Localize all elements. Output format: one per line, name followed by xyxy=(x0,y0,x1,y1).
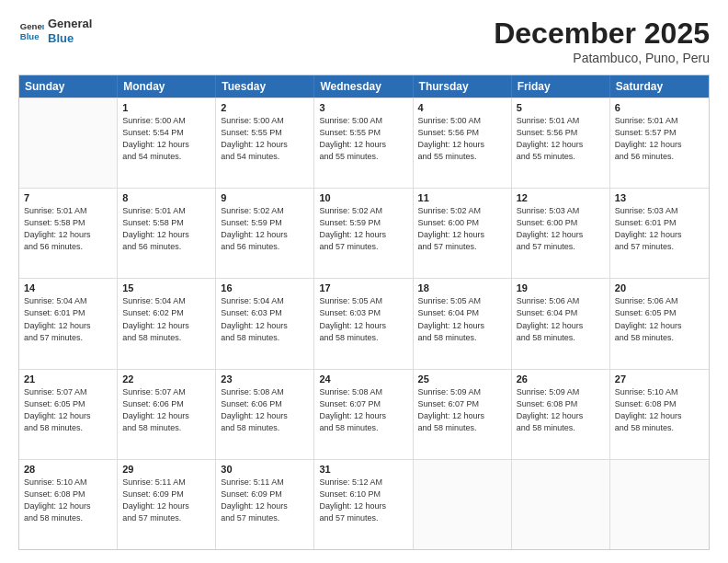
calendar-day-9: 9Sunrise: 5:02 AM Sunset: 5:59 PM Daylig… xyxy=(216,189,314,278)
header: General Blue General Blue December 2025 … xyxy=(18,17,710,65)
calendar-day-4: 4Sunrise: 5:00 AM Sunset: 5:56 PM Daylig… xyxy=(414,98,512,188)
calendar-day-25: 25Sunrise: 5:09 AM Sunset: 6:07 PM Dayli… xyxy=(414,370,512,459)
logo: General Blue General Blue xyxy=(18,17,92,45)
day-info: Sunrise: 5:05 AM Sunset: 6:03 PM Dayligh… xyxy=(319,295,407,343)
day-info: Sunrise: 5:05 AM Sunset: 6:04 PM Dayligh… xyxy=(418,295,506,343)
calendar-week-5: 28Sunrise: 5:10 AM Sunset: 6:08 PM Dayli… xyxy=(19,459,709,549)
svg-text:General: General xyxy=(20,21,44,31)
title-block: December 2025 Patambuco, Puno, Peru xyxy=(494,17,710,65)
header-day-sunday: Sunday xyxy=(19,75,118,98)
day-info: Sunrise: 5:10 AM Sunset: 6:08 PM Dayligh… xyxy=(615,386,704,434)
day-number: 3 xyxy=(319,102,407,113)
day-number: 29 xyxy=(122,464,210,475)
day-number: 5 xyxy=(517,102,605,113)
day-number: 25 xyxy=(418,373,506,385)
calendar-day-8: 8Sunrise: 5:01 AM Sunset: 5:58 PM Daylig… xyxy=(118,189,216,278)
calendar-day-11: 11Sunrise: 5:02 AM Sunset: 6:00 PM Dayli… xyxy=(414,189,512,278)
calendar-header: SundayMondayTuesdayWednesdayThursdayFrid… xyxy=(19,75,709,98)
day-number: 26 xyxy=(517,373,605,385)
day-info: Sunrise: 5:11 AM Sunset: 6:09 PM Dayligh… xyxy=(221,477,309,524)
day-number: 30 xyxy=(221,464,309,475)
day-info: Sunrise: 5:07 AM Sunset: 6:05 PM Dayligh… xyxy=(24,386,112,434)
day-info: Sunrise: 5:06 AM Sunset: 6:04 PM Dayligh… xyxy=(517,295,605,343)
day-number: 20 xyxy=(615,282,704,293)
day-number: 27 xyxy=(615,373,704,385)
day-number: 28 xyxy=(24,464,112,475)
calendar-day-15: 15Sunrise: 5:04 AM Sunset: 6:02 PM Dayli… xyxy=(118,279,216,368)
day-info: Sunrise: 5:04 AM Sunset: 6:01 PM Dayligh… xyxy=(24,295,112,343)
day-info: Sunrise: 5:08 AM Sunset: 6:06 PM Dayligh… xyxy=(221,386,309,434)
svg-text:Blue: Blue xyxy=(20,30,40,40)
calendar-day-1: 1Sunrise: 5:00 AM Sunset: 5:54 PM Daylig… xyxy=(118,98,216,188)
calendar-day-empty xyxy=(512,460,610,549)
day-number: 11 xyxy=(418,192,506,203)
calendar-week-3: 14Sunrise: 5:04 AM Sunset: 6:01 PM Dayli… xyxy=(19,278,709,368)
day-number: 31 xyxy=(319,464,407,475)
calendar-day-2: 2Sunrise: 5:00 AM Sunset: 5:55 PM Daylig… xyxy=(216,98,314,188)
day-number: 2 xyxy=(221,102,309,113)
day-info: Sunrise: 5:00 AM Sunset: 5:54 PM Dayligh… xyxy=(122,115,210,163)
day-info: Sunrise: 5:06 AM Sunset: 6:05 PM Dayligh… xyxy=(615,295,704,343)
day-number: 24 xyxy=(319,373,407,385)
calendar-day-24: 24Sunrise: 5:08 AM Sunset: 6:07 PM Dayli… xyxy=(314,370,413,459)
logo-line1: General xyxy=(48,17,92,31)
calendar-day-22: 22Sunrise: 5:07 AM Sunset: 6:06 PM Dayli… xyxy=(118,370,216,459)
day-number: 7 xyxy=(24,192,112,203)
day-info: Sunrise: 5:00 AM Sunset: 5:55 PM Dayligh… xyxy=(319,115,407,163)
calendar-day-30: 30Sunrise: 5:11 AM Sunset: 6:09 PM Dayli… xyxy=(216,460,314,549)
calendar-day-28: 28Sunrise: 5:10 AM Sunset: 6:08 PM Dayli… xyxy=(19,460,118,549)
day-info: Sunrise: 5:09 AM Sunset: 6:08 PM Dayligh… xyxy=(517,386,605,434)
calendar-week-4: 21Sunrise: 5:07 AM Sunset: 6:05 PM Dayli… xyxy=(19,369,709,459)
header-day-tuesday: Tuesday xyxy=(216,75,314,98)
calendar-day-19: 19Sunrise: 5:06 AM Sunset: 6:04 PM Dayli… xyxy=(512,279,610,368)
page: General Blue General Blue December 2025 … xyxy=(0,0,728,563)
day-info: Sunrise: 5:04 AM Sunset: 6:03 PM Dayligh… xyxy=(221,295,309,343)
calendar-day-3: 3Sunrise: 5:00 AM Sunset: 5:55 PM Daylig… xyxy=(314,98,413,188)
calendar-day-13: 13Sunrise: 5:03 AM Sunset: 6:01 PM Dayli… xyxy=(610,189,709,278)
day-info: Sunrise: 5:00 AM Sunset: 5:55 PM Dayligh… xyxy=(221,115,309,163)
calendar-day-26: 26Sunrise: 5:09 AM Sunset: 6:08 PM Dayli… xyxy=(512,370,610,459)
day-number: 1 xyxy=(122,102,210,113)
day-info: Sunrise: 5:01 AM Sunset: 5:58 PM Dayligh… xyxy=(122,205,210,253)
day-info: Sunrise: 5:09 AM Sunset: 6:07 PM Dayligh… xyxy=(418,386,506,434)
day-number: 17 xyxy=(319,282,407,293)
day-number: 22 xyxy=(122,373,210,385)
calendar-day-12: 12Sunrise: 5:03 AM Sunset: 6:00 PM Dayli… xyxy=(512,189,610,278)
calendar-day-16: 16Sunrise: 5:04 AM Sunset: 6:03 PM Dayli… xyxy=(216,279,314,368)
calendar-day-27: 27Sunrise: 5:10 AM Sunset: 6:08 PM Dayli… xyxy=(610,370,709,459)
calendar-day-7: 7Sunrise: 5:01 AM Sunset: 5:58 PM Daylig… xyxy=(19,189,118,278)
calendar-day-31: 31Sunrise: 5:12 AM Sunset: 6:10 PM Dayli… xyxy=(314,460,413,549)
calendar-day-17: 17Sunrise: 5:05 AM Sunset: 6:03 PM Dayli… xyxy=(314,279,413,368)
day-number: 14 xyxy=(24,282,112,293)
calendar-week-1: 1Sunrise: 5:00 AM Sunset: 5:54 PM Daylig… xyxy=(19,98,709,188)
day-info: Sunrise: 5:00 AM Sunset: 5:56 PM Dayligh… xyxy=(418,115,506,163)
calendar-day-6: 6Sunrise: 5:01 AM Sunset: 5:57 PM Daylig… xyxy=(610,98,709,188)
calendar-body: 1Sunrise: 5:00 AM Sunset: 5:54 PM Daylig… xyxy=(19,98,709,549)
day-number: 15 xyxy=(122,282,210,293)
day-info: Sunrise: 5:07 AM Sunset: 6:06 PM Dayligh… xyxy=(122,386,210,434)
day-number: 12 xyxy=(517,192,605,203)
logo-icon: General Blue xyxy=(18,18,44,44)
calendar-day-23: 23Sunrise: 5:08 AM Sunset: 6:06 PM Dayli… xyxy=(216,370,314,459)
day-number: 23 xyxy=(221,373,309,385)
month-title: December 2025 xyxy=(494,17,710,51)
calendar-week-2: 7Sunrise: 5:01 AM Sunset: 5:58 PM Daylig… xyxy=(19,188,709,278)
day-info: Sunrise: 5:01 AM Sunset: 5:56 PM Dayligh… xyxy=(517,115,605,163)
day-info: Sunrise: 5:03 AM Sunset: 6:01 PM Dayligh… xyxy=(615,205,704,253)
day-info: Sunrise: 5:08 AM Sunset: 6:07 PM Dayligh… xyxy=(319,386,407,434)
calendar: SundayMondayTuesdayWednesdayThursdayFrid… xyxy=(18,75,710,550)
day-info: Sunrise: 5:04 AM Sunset: 6:02 PM Dayligh… xyxy=(122,295,210,343)
day-number: 4 xyxy=(418,102,506,113)
day-number: 6 xyxy=(615,102,704,113)
calendar-day-empty xyxy=(19,98,118,188)
location-subtitle: Patambuco, Puno, Peru xyxy=(494,51,710,65)
header-day-monday: Monday xyxy=(118,75,216,98)
calendar-day-18: 18Sunrise: 5:05 AM Sunset: 6:04 PM Dayli… xyxy=(414,279,512,368)
header-day-saturday: Saturday xyxy=(610,75,709,98)
day-number: 19 xyxy=(517,282,605,293)
header-day-friday: Friday xyxy=(512,75,610,98)
header-day-thursday: Thursday xyxy=(414,75,512,98)
day-number: 16 xyxy=(221,282,309,293)
day-number: 18 xyxy=(418,282,506,293)
day-info: Sunrise: 5:03 AM Sunset: 6:00 PM Dayligh… xyxy=(517,205,605,253)
